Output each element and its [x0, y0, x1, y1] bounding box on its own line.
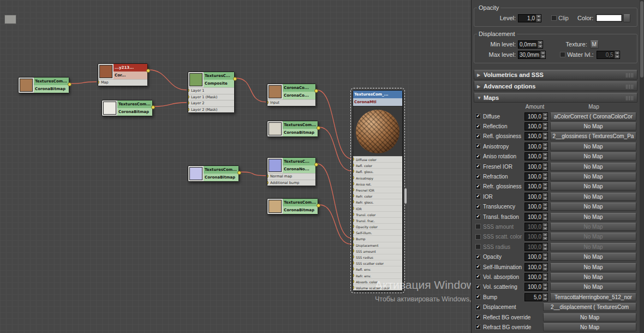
spinner-arrows-icon[interactable]	[538, 40, 543, 49]
reflect-bg-override-checkbox[interactable]: ✔	[475, 314, 481, 320]
input-socket-icon[interactable]	[188, 95, 189, 99]
ior-map-button[interactable]: No Map	[550, 193, 636, 201]
self-illumination-amount-spinner-value[interactable]: 100,0	[524, 263, 542, 271]
displacement-max-spinner-value[interactable]: 30,0mm	[518, 51, 540, 59]
sss-amount-amount-spinner[interactable]: 100,0	[524, 223, 548, 231]
transl-fraction-amount-spinner[interactable]: 100,0	[524, 213, 548, 221]
spinner-up-icon[interactable]	[541, 51, 545, 55]
spinner-arrows-icon[interactable]	[542, 163, 548, 171]
spinner-arrows-icon[interactable]	[542, 193, 548, 201]
refraction-amount-spinner[interactable]: 100,0	[524, 173, 548, 181]
spinner-up-icon[interactable]	[543, 133, 547, 136]
rollout-volumetrics-and-sss[interactable]: ▶ Volumetrics and SSS	[474, 70, 637, 80]
spinner-up-icon[interactable]	[543, 123, 547, 127]
spinner-down-icon[interactable]	[543, 127, 547, 130]
opacity-level-spinner-value[interactable]: 1,0	[518, 14, 536, 22]
refl-glossiness-amount-spinner-value[interactable]: 100,0	[524, 132, 542, 140]
spinner-arrows-icon[interactable]	[542, 283, 548, 291]
sss-scatt-color-amount-spinner-value[interactable]: 100,0	[524, 233, 542, 241]
spinner-up-icon[interactable]	[543, 264, 547, 267]
sss-amount-map-button[interactable]: No Map	[550, 223, 636, 231]
input-socket-icon[interactable]	[353, 176, 354, 180]
node-red[interactable]: ...y213...Cor...Map	[98, 63, 148, 86]
node-mtl[interactable]: TexturesCom_...CoronaMtlDiffuse colorRef…	[353, 90, 403, 291]
spinner-up-icon[interactable]	[543, 294, 547, 298]
spinner-up-icon[interactable]	[543, 113, 547, 117]
spinner-arrows-icon[interactable]	[542, 142, 548, 151]
diffuse-map-button[interactable]: aColorCorrect ( CoronaColorCor	[550, 112, 636, 121]
output-socket-icon[interactable]	[68, 82, 71, 86]
node-scroll-handle[interactable]	[404, 188, 407, 204]
node-bm1[interactable]: TexturesCom...CoronaBitmap	[18, 77, 69, 93]
sss-radius-map-button[interactable]: No Map	[550, 243, 636, 251]
spinner-down-icon[interactable]	[543, 187, 547, 190]
fresnel-ior-amount-spinner-value[interactable]: 100,0	[524, 163, 542, 171]
vol-absorption-checkbox[interactable]: ✔	[475, 274, 481, 280]
vol-scattering-amount-spinner[interactable]: 100,0	[524, 283, 548, 291]
input-socket-icon[interactable]	[353, 163, 354, 167]
spinner-up-icon[interactable]	[543, 273, 547, 277]
spinner-up-icon[interactable]	[543, 173, 547, 177]
transl-fraction-amount-spinner-value[interactable]: 100,0	[524, 213, 542, 221]
node-bm4[interactable]: TexturesCom...CoronaBitmap	[188, 165, 239, 182]
bump-checkbox[interactable]: ✔	[475, 294, 481, 300]
refraction-map-button[interactable]: No Map	[550, 173, 636, 181]
ior-amount-spinner-value[interactable]: 100,0	[524, 193, 542, 201]
input-socket-icon[interactable]	[353, 194, 354, 198]
fresnel-ior-amount-spinner[interactable]: 100,0	[524, 163, 548, 171]
input-socket-icon[interactable]	[267, 174, 269, 178]
spinner-arrows-icon[interactable]	[542, 263, 548, 271]
opacity-color-map-button[interactable]	[623, 14, 630, 22]
refraction-checkbox[interactable]: ✔	[475, 174, 481, 180]
diffuse-checkbox[interactable]: ✔	[475, 114, 481, 119]
input-socket-icon[interactable]	[267, 181, 269, 185]
spinner-arrows-icon[interactable]	[542, 182, 548, 191]
spinner-down-icon[interactable]	[543, 217, 547, 221]
translucency-amount-spinner[interactable]: 100,0	[524, 203, 548, 211]
reflection-map-button[interactable]: No Map	[550, 122, 636, 130]
panel-scrollbar[interactable]	[640, 0, 644, 333]
spinner-down-icon[interactable]	[543, 136, 547, 140]
sss-radius-amount-spinner[interactable]: 100,0	[524, 243, 548, 251]
node-cc[interactable]: CoronaCo...CoronaCo...Input	[267, 84, 316, 106]
sss-scatt-color-amount-spinner[interactable]: 100,0	[524, 233, 548, 241]
input-socket-icon[interactable]	[353, 237, 354, 241]
spinner-arrows-icon[interactable]	[542, 203, 548, 211]
opacity-amount-spinner[interactable]: 100,0	[524, 253, 548, 261]
spinner-down-icon[interactable]	[543, 247, 547, 251]
vol-scattering-amount-spinner-value[interactable]: 100,0	[524, 283, 542, 291]
spinner-up-icon[interactable]	[543, 183, 547, 187]
displacement-max-spinner[interactable]: 30,0mm	[518, 51, 546, 59]
spinner-down-icon[interactable]	[543, 177, 547, 180]
spinner-arrows-icon[interactable]	[542, 173, 548, 181]
input-socket-icon[interactable]	[353, 212, 354, 216]
spinner-up-icon[interactable]	[543, 223, 547, 227]
output-socket-icon[interactable]	[317, 204, 320, 207]
input-socket-icon[interactable]	[188, 108, 189, 111]
node-comp[interactable]: TexturesC...CompositeLayer 1Layer 1 (Mas…	[188, 72, 235, 113]
aniso-rotation-map-button[interactable]: No Map	[550, 152, 636, 160]
input-socket-icon[interactable]	[353, 261, 354, 265]
output-socket-icon[interactable]	[314, 89, 318, 93]
vol-absorption-amount-spinner[interactable]: 100,0	[524, 273, 548, 281]
spinner-arrows-icon[interactable]	[542, 243, 548, 251]
sss-amount-amount-spinner-value[interactable]: 100,0	[524, 223, 542, 231]
displacement-min-spinner[interactable]: 0,0mm	[518, 40, 543, 49]
spinner-up-icon[interactable]	[615, 51, 619, 55]
opacity-amount-spinner-value[interactable]: 100,0	[524, 253, 542, 261]
spinner-arrows-icon[interactable]	[542, 253, 548, 261]
input-socket-icon[interactable]	[353, 230, 354, 234]
fresnel-ior-checkbox[interactable]: ✔	[475, 164, 481, 169]
spinner-up-icon[interactable]	[543, 153, 547, 157]
spinner-down-icon[interactable]	[543, 237, 547, 240]
spinner-down-icon[interactable]	[543, 298, 547, 301]
self-illumination-checkbox[interactable]: ✔	[475, 264, 481, 270]
clip-checkbox[interactable]	[551, 15, 557, 21]
output-socket-icon[interactable]	[317, 126, 320, 130]
input-socket-icon[interactable]	[353, 249, 354, 253]
spinner-up-icon[interactable]	[543, 283, 547, 287]
water-level-checkbox[interactable]	[560, 52, 565, 57]
input-socket-icon[interactable]	[188, 88, 189, 92]
input-socket-icon[interactable]	[353, 169, 354, 173]
translucency-checkbox[interactable]: ✔	[475, 204, 481, 210]
